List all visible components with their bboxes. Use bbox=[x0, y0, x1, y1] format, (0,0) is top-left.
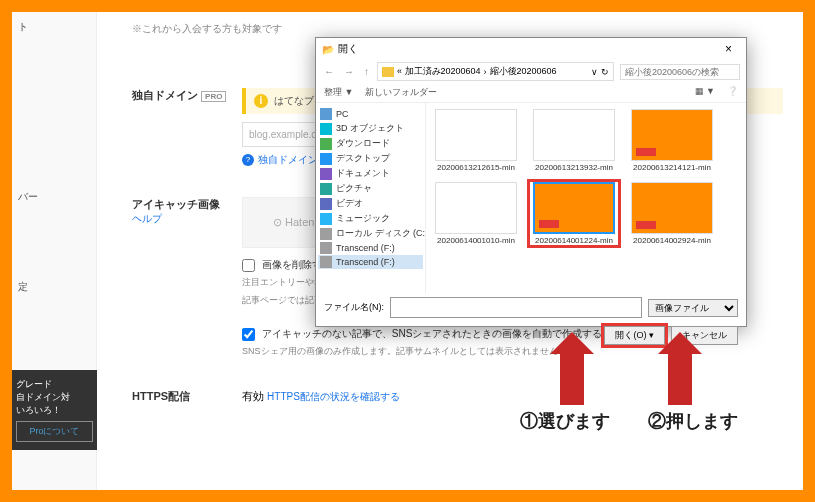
file-name: 20200613213932-min bbox=[530, 163, 618, 172]
file-open-dialog: 📂 開く × ← → ↑ « 加工済み20200604 › 縮小後2020060… bbox=[315, 37, 747, 327]
dialog-title: 📂 開く bbox=[322, 42, 358, 56]
auto-eyecatch-checkbox[interactable] bbox=[242, 328, 255, 341]
settings-sidebar: ト バー 定 グレード 自ドメイン対 いろいろ！ Proについて bbox=[12, 12, 97, 490]
file-item[interactable]: 20200614001010-min bbox=[432, 182, 520, 245]
file-thumbnail bbox=[533, 182, 615, 234]
tree-item[interactable]: 3D オブジェクト bbox=[318, 121, 423, 136]
forward-icon[interactable]: → bbox=[342, 66, 356, 77]
help-icon[interactable]: ❔ bbox=[727, 86, 738, 99]
upgrade-line: いろいろ！ bbox=[16, 404, 93, 417]
folder-icon bbox=[382, 67, 394, 77]
file-thumbnail bbox=[631, 109, 713, 161]
newfolder-button[interactable]: 新しいフォルダー bbox=[365, 86, 437, 99]
file-name: 20200614001010-min bbox=[432, 236, 520, 245]
organize-menu[interactable]: 整理 ▼ bbox=[324, 86, 353, 99]
close-icon[interactable]: × bbox=[717, 42, 740, 56]
view-icon[interactable]: ▦ ▼ bbox=[695, 86, 715, 99]
file-item[interactable]: 20200613213932-min bbox=[530, 109, 618, 172]
note-text: ※これから入会する方も対象です bbox=[132, 22, 783, 36]
section-label: アイキャッチ画像 ヘルプ bbox=[132, 197, 232, 226]
tree-item[interactable]: デスクトップ bbox=[318, 151, 423, 166]
folder-icon bbox=[320, 153, 332, 165]
file-thumbnail bbox=[435, 182, 517, 234]
file-grid: 20200613212615-min20200613213932-min2020… bbox=[426, 103, 746, 293]
section-label: 独自ドメイン PRO bbox=[132, 88, 232, 103]
dialog-footer: ファイル名(N): 画像ファイル bbox=[316, 293, 746, 322]
path-bar[interactable]: « 加工済み20200604 › 縮小後20200606 ∨↻ bbox=[377, 62, 614, 81]
annotation-arrow-1 bbox=[560, 350, 584, 405]
folder-icon bbox=[320, 138, 332, 150]
file-item[interactable]: 20200614001224-min bbox=[530, 182, 618, 245]
pro-about-button[interactable]: Proについて bbox=[16, 421, 93, 442]
folder-icon bbox=[320, 213, 332, 225]
annotation-text-2: ②押します bbox=[648, 409, 738, 433]
file-item[interactable]: 20200614002924-min bbox=[628, 182, 716, 245]
search-input[interactable] bbox=[620, 64, 740, 80]
annotation-text-1: ①選びます bbox=[520, 409, 610, 433]
tree-item[interactable]: Transcend (F:) bbox=[318, 241, 423, 255]
folder-icon bbox=[320, 183, 332, 195]
folder-icon bbox=[320, 256, 332, 268]
folder-tree: PC3D オブジェクトダウンロードデスクトップドキュメントピクチャビデオミュージ… bbox=[316, 103, 426, 293]
dialog-titlebar: 📂 開く × bbox=[316, 38, 746, 60]
sidebar-item[interactable]: ト bbox=[12, 12, 96, 42]
tree-item[interactable]: ローカル ディスク (C:) bbox=[318, 226, 423, 241]
dialog-navbar: ← → ↑ « 加工済み20200604 › 縮小後20200606 ∨↻ bbox=[316, 60, 746, 83]
upgrade-title: グレード bbox=[16, 378, 93, 391]
remove-image-checkbox[interactable] bbox=[242, 259, 255, 272]
up-icon[interactable]: ↑ bbox=[362, 66, 371, 77]
file-thumbnail bbox=[533, 109, 615, 161]
folder-icon bbox=[320, 123, 332, 135]
dialog-toolbar: 整理 ▼ 新しいフォルダー ▦ ▼ ❔ bbox=[316, 83, 746, 103]
filename-label: ファイル名(N): bbox=[324, 301, 384, 314]
file-thumbnail bbox=[435, 109, 517, 161]
annotation-arrow-2 bbox=[668, 350, 692, 405]
filetype-select[interactable]: 画像ファイル bbox=[648, 299, 738, 317]
tree-item[interactable]: ピクチャ bbox=[318, 181, 423, 196]
pro-badge: PRO bbox=[201, 91, 226, 102]
upgrade-promo: グレード 自ドメイン対 いろいろ！ Proについて bbox=[12, 370, 97, 450]
https-status-link[interactable]: HTTPS配信の状況を確認する bbox=[267, 391, 400, 402]
tree-item[interactable]: ダウンロード bbox=[318, 136, 423, 151]
file-item[interactable]: 20200613214121-min bbox=[628, 109, 716, 172]
back-icon[interactable]: ← bbox=[322, 66, 336, 77]
section-label: HTTPS配信 bbox=[132, 389, 232, 404]
eyecatch-help-link[interactable]: ヘルプ bbox=[132, 212, 232, 226]
https-status: 有効 bbox=[242, 390, 264, 402]
tree-item[interactable]: ミュージック bbox=[318, 211, 423, 226]
open-button[interactable]: 開く(O) ▾ bbox=[604, 326, 665, 345]
upgrade-line: 自ドメイン対 bbox=[16, 391, 93, 404]
sidebar-item[interactable]: 定 bbox=[12, 272, 96, 302]
tree-item[interactable]: ドキュメント bbox=[318, 166, 423, 181]
folder-icon bbox=[320, 108, 332, 120]
folder-icon bbox=[320, 242, 332, 254]
folder-icon bbox=[320, 168, 332, 180]
file-name: 20200614001224-min bbox=[530, 236, 618, 245]
file-name: 20200613212615-min bbox=[432, 163, 520, 172]
sidebar-item[interactable]: バー bbox=[12, 182, 96, 212]
file-thumbnail bbox=[631, 182, 713, 234]
info-icon: i bbox=[254, 94, 268, 108]
folder-icon bbox=[320, 198, 332, 210]
folder-icon bbox=[320, 228, 332, 240]
file-name: 20200613214121-min bbox=[628, 163, 716, 172]
filename-input[interactable] bbox=[390, 297, 642, 318]
tree-item[interactable]: PC bbox=[318, 107, 423, 121]
tree-item[interactable]: Transcend (F:) bbox=[318, 255, 423, 269]
file-name: 20200614002924-min bbox=[628, 236, 716, 245]
tree-item[interactable]: ビデオ bbox=[318, 196, 423, 211]
file-item[interactable]: 20200613212615-min bbox=[432, 109, 520, 172]
